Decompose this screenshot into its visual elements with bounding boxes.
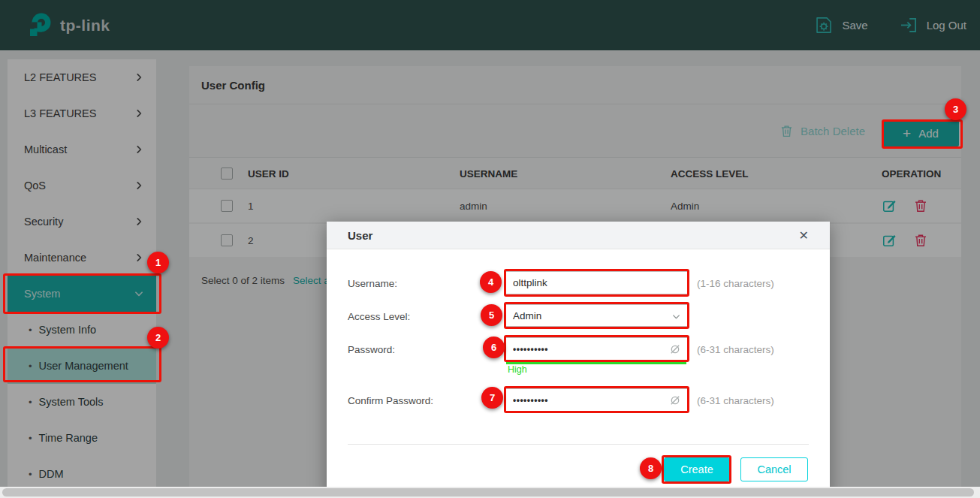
username-label: Username:	[348, 278, 397, 289]
annotation-box-confirm-password	[504, 386, 689, 413]
annotation-badge-8: 8	[640, 457, 662, 479]
annotation-badge-3: 3	[945, 98, 966, 120]
annotation-badge-5: 5	[481, 304, 502, 326]
horizontal-scrollbar	[0, 487, 980, 498]
app-root: tp-link Save	[0, 0, 980, 498]
annotation-badge-4: 4	[480, 271, 502, 293]
annotation-badge-1: 1	[147, 252, 169, 273]
annotation-badge-6: 6	[483, 337, 505, 358]
scrollbar-thumb[interactable]	[2, 488, 974, 496]
confirm-password-hint: (6-31 characters)	[697, 395, 774, 406]
annotation-box-user-management	[3, 346, 161, 382]
annotation-box-system	[3, 273, 161, 314]
dialog-header: User ✕	[327, 222, 830, 249]
annotation-box-password	[504, 335, 689, 362]
annotation-badge-7: 7	[481, 387, 503, 409]
username-hint: (1-16 characters)	[697, 278, 774, 289]
annotation-box-add	[882, 119, 963, 149]
annotation-box-username	[504, 269, 689, 297]
confirm-password-label: Confirm Password:	[348, 395, 433, 406]
password-label: Password:	[348, 344, 395, 355]
annotation-box-access-level	[504, 302, 689, 329]
annotation-box-create	[662, 455, 731, 484]
annotation-badge-2: 2	[147, 327, 169, 349]
dialog-divider	[348, 444, 809, 445]
password-hint: (6-31 characters)	[697, 344, 774, 355]
password-strength-label: High	[508, 364, 527, 375]
close-icon[interactable]: ✕	[799, 228, 809, 243]
cancel-button[interactable]: Cancel	[740, 457, 808, 481]
access-level-label: Access Level:	[348, 311, 410, 322]
dialog-title: User	[348, 229, 372, 242]
